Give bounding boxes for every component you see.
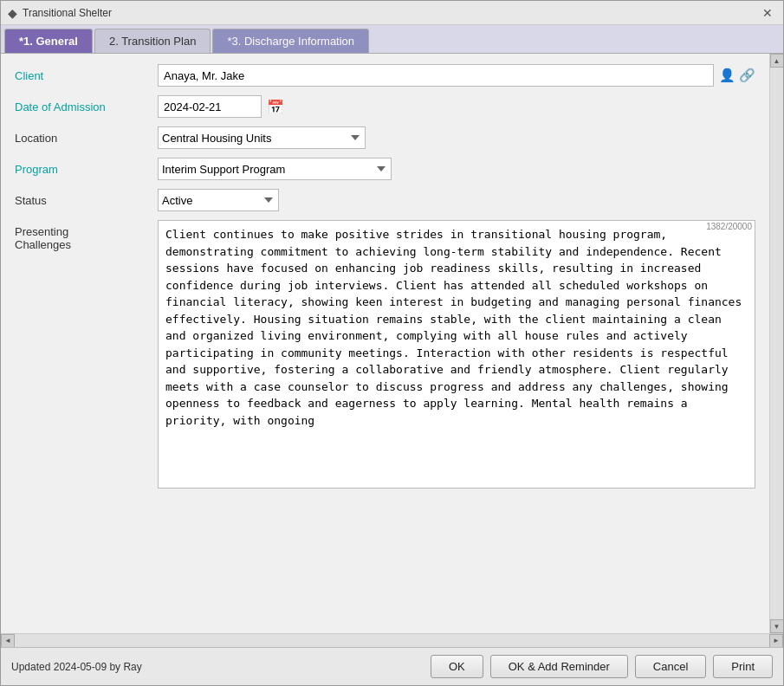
status-row: Status Active Inactive Closed [15, 189, 755, 211]
ok-button[interactable]: OK [431, 655, 483, 678]
program-select[interactable]: Interim Support Program Long-Term Suppor… [158, 158, 392, 180]
date-field[interactable] [158, 95, 262, 118]
program-row: Program Interim Support Program Long-Ter… [15, 158, 755, 180]
date-label: Date of Admission [15, 100, 158, 113]
status-label: Status [15, 194, 158, 207]
scroll-right-arrow[interactable]: ► [769, 634, 783, 648]
program-label: Program [15, 163, 158, 176]
date-input-wrap: 📅 [158, 95, 284, 118]
footer-buttons: OK OK & Add Reminder Cancel Print [431, 655, 773, 678]
client-icons: 👤 🔗 [719, 68, 755, 83]
cancel-button[interactable]: Cancel [635, 655, 706, 678]
location-row: Location Central Housing Units North Hou… [15, 126, 755, 149]
client-field[interactable] [158, 64, 714, 87]
tab-discharge[interactable]: *3. Discharge Information [212, 29, 369, 53]
footer-status: Updated 2024-05-09 by Ray [11, 661, 142, 673]
tab-transition[interactable]: 2. Transition Plan [94, 29, 211, 53]
ok-add-reminder-button[interactable]: OK & Add Reminder [490, 655, 628, 678]
vertical-scrollbar: ▲ ▼ [769, 54, 783, 633]
calendar-icon[interactable]: 📅 [267, 99, 284, 115]
scroll-left-arrow[interactable]: ◄ [1, 634, 15, 648]
location-label: Location [15, 132, 158, 145]
window-title: Transitional Shelter [23, 7, 112, 19]
textarea-wrap: 1382/20000 Client continues to make posi… [158, 220, 755, 491]
horizontal-scrollbar: ◄ ► [1, 633, 783, 647]
title-bar-left: ◆ Transitional Shelter [8, 6, 112, 20]
close-button[interactable]: ✕ [759, 4, 776, 22]
status-select[interactable]: Active Inactive Closed [158, 189, 279, 211]
main-window: ◆ Transitional Shelter ✕ *1. General 2. … [0, 0, 784, 686]
client-label: Client [15, 69, 158, 82]
print-button[interactable]: Print [713, 655, 773, 678]
date-row: Date of Admission 📅 [15, 95, 755, 118]
scroll-up-arrow[interactable]: ▲ [770, 54, 784, 68]
tab-bar: *1. General 2. Transition Plan *3. Disch… [1, 25, 783, 54]
presenting-row: PresentingChallenges 1382/20000 Client c… [15, 220, 755, 491]
client-row: Client 👤 🔗 [15, 64, 755, 87]
presenting-textarea[interactable]: Client continues to make positive stride… [158, 220, 755, 489]
tab-general[interactable]: *1. General [4, 29, 93, 53]
main-panel: Client 👤 🔗 Date of Admission 📅 [1, 54, 769, 633]
location-select[interactable]: Central Housing Units North Housing Sout… [158, 126, 366, 149]
link-icon[interactable]: 🔗 [739, 68, 755, 83]
person-icon[interactable]: 👤 [719, 68, 735, 83]
client-input-wrap: 👤 🔗 [158, 64, 755, 87]
scroll-track[interactable] [15, 634, 769, 647]
char-count: 1382/20000 [706, 222, 752, 231]
content-area: Client 👤 🔗 Date of Admission 📅 [1, 54, 783, 633]
footer: Updated 2024-05-09 by Ray OK OK & Add Re… [1, 647, 783, 685]
title-bar: ◆ Transitional Shelter ✕ [1, 1, 783, 25]
scroll-down-arrow[interactable]: ▼ [770, 619, 784, 633]
window-icon: ◆ [8, 6, 17, 20]
presenting-label: PresentingChallenges [15, 220, 158, 251]
